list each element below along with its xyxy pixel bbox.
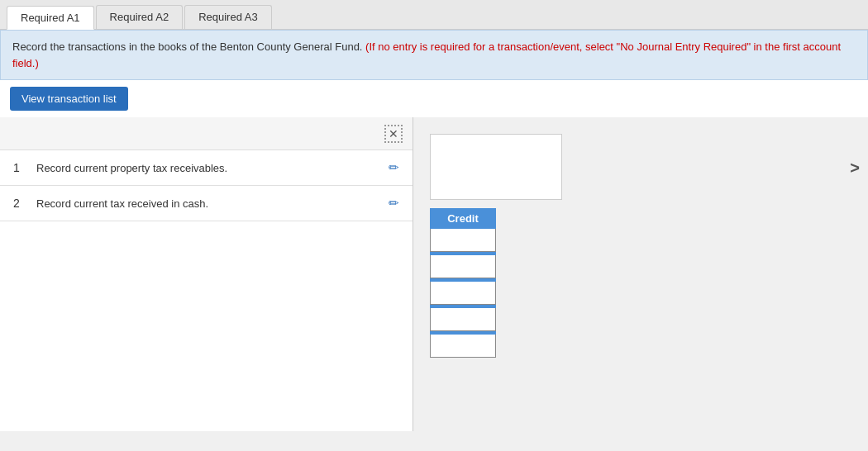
tab-required-a1[interactable]: Required A1	[7, 6, 94, 30]
transaction-text-1: Record current property tax receivables.	[36, 162, 379, 174]
credit-rows	[430, 229, 496, 358]
credit-row-5[interactable]	[430, 335, 496, 358]
left-panel-header: ✕	[0, 117, 413, 150]
credit-row-1[interactable]	[430, 229, 496, 252]
transaction-list: 1 Record current property tax receivable…	[0, 150, 413, 221]
edit-icon-1[interactable]: ✏	[389, 160, 399, 175]
bottom-bar	[0, 431, 868, 448]
tab-required-a2[interactable]: Required A2	[96, 5, 184, 29]
right-panel-inner: > Credit	[413, 117, 868, 366]
credit-header: Credit	[430, 208, 496, 229]
left-panel: ✕ 1 Record current property tax receivab…	[0, 117, 413, 431]
edit-icon-2[interactable]: ✏	[389, 196, 399, 211]
transaction-text-2: Record current tax received in cash.	[36, 197, 379, 210]
resize-symbol: ✕	[389, 127, 398, 140]
instruction-text: Record the transactions in the books of …	[12, 40, 362, 53]
resize-icon[interactable]: ✕	[384, 125, 403, 143]
credit-row-3[interactable]	[430, 282, 496, 305]
main-content: ✕ 1 Record current property tax receivab…	[0, 117, 868, 431]
transaction-item-1: 1 Record current property tax receivable…	[0, 150, 413, 186]
transaction-num-1: 1	[13, 161, 26, 174]
credit-row-4[interactable]	[430, 308, 496, 331]
view-transaction-list-button[interactable]: View transaction list	[10, 87, 128, 111]
toolbar: View transaction list	[0, 80, 868, 117]
journal-table-area: Credit	[422, 134, 860, 358]
right-panel: > Credit	[413, 117, 868, 431]
tabs-bar: Required A1 Required A2 Required A3	[0, 0, 868, 30]
journal-entry-box	[430, 134, 562, 200]
transaction-item-2: 2 Record current tax received in cash. ✏	[0, 186, 413, 221]
instruction-box: Record the transactions in the books of …	[0, 30, 868, 80]
chevron-right-icon[interactable]: >	[850, 159, 860, 178]
credit-section: Credit	[430, 208, 860, 358]
tab-required-a3[interactable]: Required A3	[184, 5, 272, 29]
transaction-num-2: 2	[13, 197, 26, 210]
credit-row-2[interactable]	[430, 255, 496, 278]
